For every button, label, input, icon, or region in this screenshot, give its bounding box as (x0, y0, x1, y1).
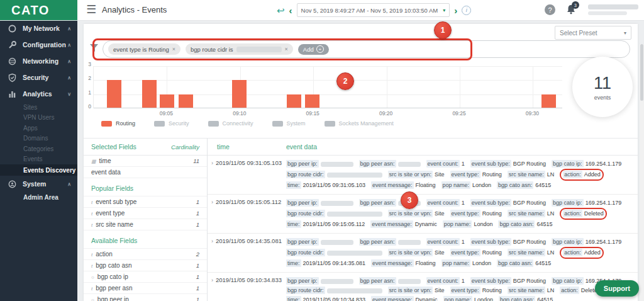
legend-item-sockets-management[interactable]: Sockets Management (325, 120, 394, 127)
event-pair-bgp-cato-asn-: bgp cato asn:64515 (498, 220, 552, 229)
user-menu[interactable] (588, 4, 638, 17)
event-pair-event-type-: event type:Routing (450, 209, 502, 219)
remove-chip-icon[interactable]: × (172, 46, 175, 52)
add-filter-button[interactable]: Add+ (298, 44, 329, 55)
sidebar-item-vpn-users[interactable]: VPN Users (0, 113, 77, 123)
event-pair-key: bgp cato asn: (497, 259, 533, 267)
table-row[interactable]: ›2019/11/05 09:14:35.081bgp peer ip:bgp … (208, 234, 638, 273)
event-pair-bgp-peer-asn-: bgp peer asn: (359, 159, 421, 169)
legend-item-routing[interactable]: Routing (101, 120, 135, 127)
select-preset-dropdown[interactable]: Select Preset ▾ (555, 26, 631, 40)
filter-chip-bgp-route-cidr-is[interactable]: bgp route cidr is× (186, 43, 293, 55)
legend-item-connectivity[interactable]: Connectivity (208, 120, 253, 127)
field-row-bgp-peer-ip[interactable]: ○bgp peer ip1 (84, 294, 207, 301)
sidebar-item-system[interactable]: System∧ (0, 176, 77, 192)
events-table: time event data ›2019/11/05 09:31:05.103… (208, 139, 638, 301)
event-pair-key: src site name: (508, 210, 545, 217)
redacted-value (321, 201, 353, 206)
text-field-icon: t (91, 211, 92, 217)
field-row-bgp-peer-asn[interactable]: tbgp peer asn1 (84, 283, 207, 294)
field-row-bgp-cato-ip[interactable]: ○bgp cato ip1 (84, 271, 207, 283)
chart-legend: RoutingSecurityConnectivitySystemSockets… (101, 120, 394, 127)
sidebar-item-sites[interactable]: Sites (0, 102, 77, 113)
field-row-bgp-cato-asn[interactable]: tbgp cato asn1 (84, 260, 207, 271)
sidebar-item-categories[interactable]: Categories (0, 144, 77, 154)
field-row-event-type[interactable]: tevent type1 (84, 208, 207, 219)
remove-chip-icon[interactable]: × (285, 46, 288, 52)
event-pair-key: time: (286, 220, 301, 228)
filter-chip-label: bgp route cidr is (191, 46, 233, 53)
main-area: Select Preset ▾ event type is Routing×bg… (77, 20, 644, 301)
sidebar-item-admin-area[interactable]: Admin Area (0, 192, 77, 203)
redacted-value (327, 288, 382, 293)
vertical-scrollbar[interactable] (640, 44, 644, 301)
notifications-button[interactable]: 3 (566, 4, 576, 18)
legend-item-security[interactable]: Security (154, 120, 189, 127)
previous-period-button[interactable]: ‹ (289, 6, 292, 15)
sidebar-item-security[interactable]: Security∧ (0, 69, 77, 86)
event-pair-key: event sub type: (470, 160, 511, 168)
sidebar-item-configuration[interactable]: Configuration∧ (0, 37, 77, 53)
y-axis-tick-label: 3 (85, 61, 91, 67)
event-pair-bgp-route-cidr-: bgp route cidr: (286, 286, 382, 295)
support-button[interactable]: Support (595, 280, 639, 297)
event-pair-bgp-cato-asn-: bgp cato asn:64515 (497, 181, 551, 190)
sidebar-item-domains[interactable]: Domains (0, 133, 77, 144)
sidebar-item-my-network[interactable]: My Network∧ (0, 20, 77, 37)
field-row-time[interactable]: ▦time11 (84, 156, 207, 167)
row-expander-icon[interactable]: › (211, 160, 213, 166)
field-name: bgp cato asn (96, 262, 131, 269)
event-pair-key: event sub type: (470, 238, 511, 246)
date-range-picker[interactable]: Nov 5, 2019 8:49:27 AM - Nov 5, 2019 10:… (297, 3, 450, 17)
legend-item-system[interactable]: System (272, 120, 306, 127)
event-data-cell: bgp peer ip:bgp peer asn:event count:1ev… (286, 159, 638, 190)
redacted-value (327, 212, 382, 217)
field-name-wrap: tbgp cato asn (91, 262, 132, 269)
row-expander-icon[interactable]: › (211, 199, 213, 205)
event-pair-key: event type: (450, 249, 480, 256)
info-icon[interactable]: i (462, 6, 471, 15)
filter-funnel-icon[interactable] (90, 43, 98, 55)
table-row[interactable]: ›2019/11/05 09:15:05.112bgp peer ip:bgp … (208, 195, 638, 234)
event-pair-key: bgp cato ip: (552, 238, 584, 246)
chevron-up-icon: ∧ (67, 181, 71, 187)
table-row[interactable]: ›2019/11/05 09:31:05.103bgp peer ip:bgp … (208, 156, 638, 195)
event-pair-bgp-cato-ip-: bgp cato ip:169.254.1.179 (552, 237, 621, 247)
undo-arrow-icon[interactable]: ↩ (277, 6, 285, 15)
table-row[interactable]: ›2019/11/05 09:10:34.833bgp peer ip:bgp … (208, 273, 638, 301)
sync-globe-icon (8, 57, 17, 66)
sidebar-item-events-discovery[interactable]: Events Discovery (0, 164, 77, 176)
event-pair-key: event sub type: (470, 199, 511, 207)
sidebar-item-events[interactable]: Events (0, 154, 77, 165)
event-pair-event-count-: event count:1 (426, 159, 465, 169)
event-pair-value: 2019/11/05 09:15:05.112 (303, 221, 365, 227)
event-time-cell: ›2019/11/05 09:31:05.103 (208, 159, 286, 190)
hamburger-menu-icon[interactable]: ☰ (86, 3, 96, 16)
event-time-value: 2019/11/05 09:10:34.833 (216, 276, 282, 283)
scrollbar-thumb[interactable] (640, 44, 643, 101)
field-row-event-sub-type[interactable]: tevent sub type1 (84, 196, 207, 208)
next-period-button[interactable]: › (454, 6, 457, 15)
field-row-src-site-name[interactable]: tsrc site name1 (84, 219, 207, 230)
filter-chip-event-type-is-routing[interactable]: event type is Routing× (108, 43, 180, 55)
chevron-up-icon: ∧ (67, 42, 71, 48)
help-button[interactable]: ? (545, 4, 555, 15)
sidebar-item-apps[interactable]: Apps (0, 123, 77, 133)
row-expander-icon[interactable]: › (211, 277, 213, 283)
sidebar-item-networking[interactable]: Networking∧ (0, 53, 77, 69)
row-expander-icon[interactable]: › (211, 238, 213, 244)
field-row-event-data[interactable]: event data (84, 167, 207, 178)
sidebar-item-label: Configuration (23, 41, 66, 48)
field-cardinality: 11 (193, 157, 199, 164)
event-pair-key: bgp route cidr: (286, 249, 325, 256)
field-cardinality: 2 (196, 251, 199, 258)
event-pair-event-message-: event message:Dynamic (371, 295, 438, 301)
event-pair-bgp-peer-ip-: bgp peer ip: (286, 198, 353, 208)
filter-bar[interactable]: event type is Routing×bgp route cidr is×… (103, 40, 630, 58)
field-row-action[interactable]: taction2 (84, 249, 207, 260)
event-pair-event-message-: event message:Dynamic (370, 220, 437, 229)
event-pair-value: Added (584, 171, 601, 178)
event-pair-value: BGP Routing (513, 161, 546, 167)
event-pair-key: pop name: (443, 296, 473, 301)
sidebar-item-analytics[interactable]: Analytics∨ (0, 86, 77, 102)
